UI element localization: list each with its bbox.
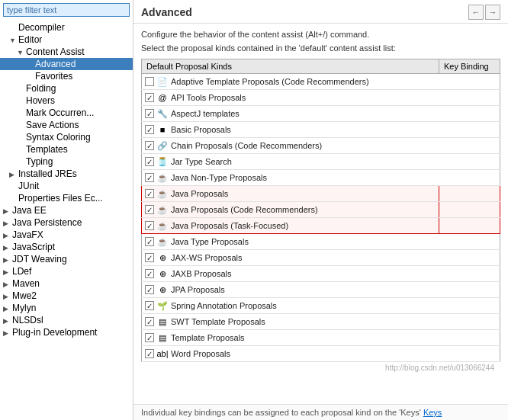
sidebar-item-maven[interactable]: Maven xyxy=(0,277,133,290)
sidebar-item-hovers[interactable]: Hovers xyxy=(0,95,133,107)
proposal-checkbox[interactable] xyxy=(145,109,154,118)
arrow-icon xyxy=(3,305,11,313)
proposal-checkbox[interactable] xyxy=(145,333,154,342)
keys-link[interactable]: Keys xyxy=(423,408,442,417)
swt-icon: ▤ xyxy=(156,316,169,328)
proposal-cell: ☕Java Proposals (Code Recommenders) xyxy=(142,202,439,218)
table-row: ☕Java Type Proposals xyxy=(142,234,500,250)
arrow-icon xyxy=(9,171,17,178)
sidebar-item-editor[interactable]: Editor xyxy=(0,34,133,46)
nav-back-button[interactable]: ← xyxy=(468,5,484,20)
proposal-checkbox[interactable] xyxy=(145,205,154,214)
proposal-cell: ▤Template Proposals xyxy=(142,330,439,346)
proposal-checkbox[interactable] xyxy=(145,157,154,166)
col-keybinding: Key Binding xyxy=(439,59,500,74)
main-description: Configure the behavior of the content as… xyxy=(141,30,500,39)
proposal-label: AspectJ templates xyxy=(171,109,240,118)
filter-input[interactable] xyxy=(3,3,130,17)
proposal-checkbox[interactable] xyxy=(145,189,154,198)
proposal-cell: ⊕JAX-WS Proposals xyxy=(142,250,439,266)
table-row: ☕Java Proposals (Task-Focused) xyxy=(142,218,500,234)
table-row: ab|Word Proposals xyxy=(142,346,500,362)
sidebar-item-jdt-weaving[interactable]: JDT Weaving xyxy=(0,253,133,265)
sidebar-item-ldef[interactable]: LDef xyxy=(0,265,133,277)
proposal-cell: ■Basic Proposals xyxy=(142,122,439,138)
sidebar-item-junit[interactable]: JUnit xyxy=(0,180,133,192)
sidebar-item-templates[interactable]: Templates xyxy=(0,143,133,155)
table-row: 🌱Spring Annotation Proposals xyxy=(142,298,500,314)
word-icon: ab| xyxy=(156,348,169,360)
key-binding-cell xyxy=(439,234,500,250)
proposal-checkbox[interactable] xyxy=(145,349,154,358)
key-binding-cell xyxy=(439,266,500,282)
key-binding-cell xyxy=(439,138,500,154)
sidebar-item-label: Plug-in Development xyxy=(12,327,97,338)
proposal-checkbox[interactable] xyxy=(145,269,154,278)
sidebar-item-typing[interactable]: Typing xyxy=(0,155,133,168)
sidebar-item-label: JDT Weaving xyxy=(12,254,67,265)
sidebar-item-mylyn[interactable]: Mylyn xyxy=(0,302,133,314)
arrow-icon xyxy=(9,37,17,44)
key-binding-cell xyxy=(439,298,500,314)
key-binding-cell xyxy=(439,330,500,346)
content-header: Advanced ← → xyxy=(133,0,508,24)
proposal-cell: 🫙Jar Type Search xyxy=(142,154,439,170)
proposal-checkbox[interactable] xyxy=(145,221,154,230)
key-binding-cell xyxy=(439,314,500,330)
jpa-icon: ⊕ xyxy=(156,284,169,296)
proposal-checkbox[interactable] xyxy=(145,301,154,310)
proposal-checkbox[interactable] xyxy=(145,125,154,134)
key-binding-cell xyxy=(439,106,500,122)
arrow-icon xyxy=(3,232,11,239)
sidebar-item-favorites[interactable]: Favorites xyxy=(0,70,133,82)
sidebar-item-nlsdsl[interactable]: NLSDsl xyxy=(0,314,133,326)
sidebar-item-save-actions[interactable]: Save Actions xyxy=(0,119,133,131)
sidebar-item-javascript[interactable]: JavaScript xyxy=(0,241,133,253)
proposal-checkbox[interactable] xyxy=(145,237,154,246)
sidebar-item-decompiler[interactable]: Decompiler xyxy=(0,21,133,34)
table-row: ☕Java Non-Type Proposals xyxy=(142,170,500,186)
sidebar-item-mark-occurrences[interactable]: Mark Occurren... xyxy=(0,107,133,119)
proposal-checkbox[interactable] xyxy=(145,253,154,262)
proposal-cell: 🔗Chain Proposals (Code Recommenders) xyxy=(142,138,439,154)
content-panel: Advanced ← → Configure the behavior of t… xyxy=(133,0,508,420)
proposal-checkbox[interactable] xyxy=(145,141,154,150)
sidebar-item-javafx[interactable]: JavaFX xyxy=(0,229,133,241)
proposal-checkbox[interactable] xyxy=(145,173,154,182)
key-binding-cell xyxy=(439,250,500,266)
proposal-label: Java Non-Type Proposals xyxy=(171,173,267,182)
sidebar-item-mwe2[interactable]: Mwe2 xyxy=(0,290,133,302)
key-binding-cell xyxy=(439,122,500,138)
proposal-checkbox[interactable] xyxy=(145,77,154,86)
key-binding-cell xyxy=(439,186,500,202)
proposal-checkbox[interactable] xyxy=(145,93,154,102)
template2-icon: ▤ xyxy=(156,332,169,344)
sidebar-item-installed-jres[interactable]: Installed JREs xyxy=(0,168,133,180)
sidebar-item-advanced[interactable]: Advanced xyxy=(0,58,133,70)
proposal-cell: ▤SWT Template Proposals xyxy=(142,314,439,330)
proposal-checkbox[interactable] xyxy=(145,317,154,326)
sidebar-item-java-ee[interactable]: Java EE xyxy=(0,204,133,216)
proposal-label: Spring Annotation Proposals xyxy=(171,301,277,310)
sidebar-item-java-persistence[interactable]: Java Persistence xyxy=(0,216,133,229)
sidebar-item-plugin-development[interactable]: Plug-in Development xyxy=(0,326,133,338)
nav-forward-button[interactable]: → xyxy=(485,5,500,20)
content-body: Configure the behavior of the content as… xyxy=(133,24,508,404)
sidebar-item-label: Folding xyxy=(26,83,56,94)
proposal-cell: ⊕JPA Proposals xyxy=(142,282,439,298)
table-row: ☕Java Proposals xyxy=(142,186,500,202)
table-row: 🫙Jar Type Search xyxy=(142,154,500,170)
arrow-icon xyxy=(3,256,11,264)
sidebar-item-content-assist[interactable]: Content Assist xyxy=(0,46,133,58)
sidebar-item-label: Java Persistence xyxy=(12,217,82,228)
proposal-label: JAXB Proposals xyxy=(171,269,231,278)
proposal-label: API Tools Proposals xyxy=(171,93,246,102)
sidebar-item-properties-files[interactable]: Properties Files Ec... xyxy=(0,192,133,204)
sidebar-item-label: Editor xyxy=(18,34,42,45)
java-cr-icon: ☕ xyxy=(156,204,169,216)
key-binding-cell xyxy=(439,170,500,186)
table-row: ⊕JAXB Proposals xyxy=(142,266,500,282)
proposal-checkbox[interactable] xyxy=(145,285,154,294)
sidebar-item-folding[interactable]: Folding xyxy=(0,82,133,95)
sidebar-item-syntax-coloring[interactable]: Syntax Coloring xyxy=(0,131,133,143)
